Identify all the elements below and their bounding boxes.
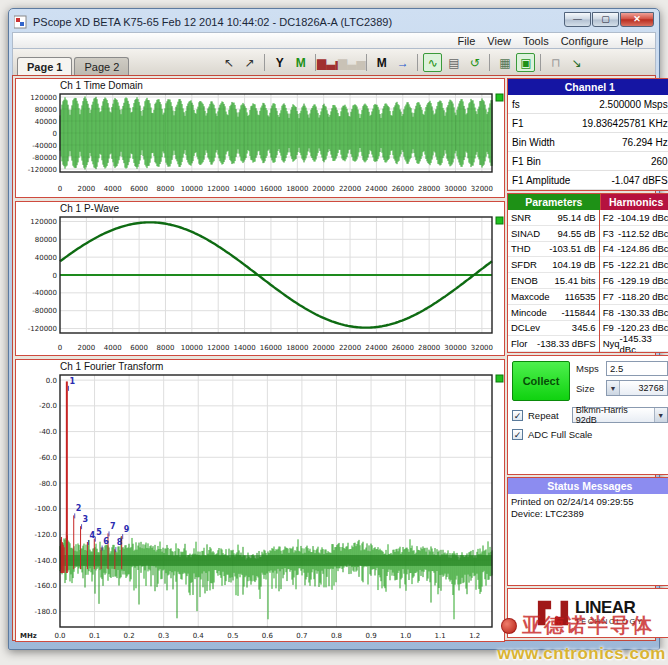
measure-icon[interactable]: M (291, 53, 310, 72)
svg-text:26000: 26000 (392, 344, 414, 352)
svg-text:0.1: 0.1 (89, 632, 100, 640)
channel-header: Channel 1 (508, 79, 668, 95)
harmonic-label: F6 (603, 275, 614, 286)
channel-info-label: F1 Bin (512, 156, 541, 167)
harmonic-row: F6-129.19 dBc (600, 273, 668, 289)
max-avg-icon[interactable]: M (372, 53, 391, 72)
svg-text:1.1: 1.1 (435, 632, 446, 640)
channel-info-label: F1 (512, 118, 524, 129)
collect-section: Collect Msps 2.5 Size ▼ 32768 (507, 355, 668, 475)
fourier-plot[interactable]: 0.0-20.0-40.0-60.0-80.0-100.0-120.0-140.… (16, 373, 504, 645)
svg-text:-80000: -80000 (32, 307, 57, 315)
svg-text:10000: 10000 (181, 344, 203, 352)
channel-info-label: F1 Amplitude (512, 175, 570, 186)
svg-text:4000: 4000 (104, 344, 122, 352)
menu-item-help[interactable]: Help (614, 35, 649, 47)
histogram-off-icon[interactable]: ▆▃▅ (342, 53, 361, 72)
toolbar: ↖↗YM▆▃▅▆▃▅M→∿▤↺▦▣⊓↘ (219, 53, 586, 75)
step-icon[interactable]: ⊓ (546, 53, 565, 72)
window-dropdown[interactable]: Blkmn-Harris 92dB ▼ (572, 407, 668, 423)
repeat-checkbox[interactable]: ✓ (512, 410, 523, 421)
screenshot-icon[interactable]: ▦ (495, 53, 514, 72)
svg-text:8000: 8000 (157, 344, 175, 352)
y-scale-icon[interactable]: Y (270, 53, 289, 72)
parameters-column: SNR95.14 dBSINAD94.55 dBTHD-103.51 dBSFD… (508, 210, 600, 352)
collect-button[interactable]: Collect (512, 361, 570, 401)
parameter-label: ENOB (511, 275, 538, 286)
channel-info-section: Channel 1 fs2.500000 MspsF119.836425781 … (507, 78, 668, 191)
msps-label: Msps (576, 363, 602, 374)
time-domain-panel: Ch 1 Time Domain 12000080000400000-40000… (15, 78, 505, 198)
harmonic-value: -130.33 dBc (617, 307, 668, 318)
svg-text:0.4: 0.4 (193, 632, 205, 640)
svg-text:0.0: 0.0 (46, 377, 57, 385)
harmonic-label: Nyq (603, 338, 620, 349)
menu-item-file[interactable]: File (452, 35, 482, 47)
menu-item-view[interactable]: View (481, 35, 517, 47)
harmonic-label: F7 (603, 291, 614, 302)
channel-info-row: F1 Bin260 (508, 152, 668, 171)
svg-text:30000: 30000 (444, 185, 466, 193)
channel-info-value: 76.294 Hz (622, 137, 668, 148)
svg-text:22000: 22000 (339, 344, 361, 352)
channel-info-row: Bin Width76.294 Hz (508, 133, 668, 152)
status-messages: Printed on 02/24/14 09:29:55Device: LTC2… (508, 494, 668, 523)
pan-tool-icon[interactable]: ↖ (219, 53, 238, 72)
minimize-button[interactable]: — (564, 12, 591, 27)
svg-text:0.5: 0.5 (227, 632, 238, 640)
fourier-title: Ch 1 Fourier Transform (16, 360, 504, 373)
size-dropdown-arrow-icon[interactable]: ▼ (607, 381, 620, 395)
svg-text:-60.0: -60.0 (39, 454, 57, 462)
harmonics-header: Harmonics (600, 194, 668, 210)
svg-text:6: 6 (103, 537, 109, 546)
svg-text:0.9: 0.9 (365, 632, 376, 640)
tab-page-1[interactable]: Page 1 (17, 57, 72, 75)
tab-page-2[interactable]: Page 2 (74, 57, 129, 75)
svg-text:16000: 16000 (260, 344, 282, 352)
svg-text:40000: 40000 (35, 118, 57, 126)
svg-text:28000: 28000 (418, 344, 440, 352)
menu-item-tools[interactable]: Tools (517, 35, 555, 47)
codes-display-icon[interactable]: ▤ (444, 53, 463, 72)
export-icon[interactable]: ↘ (567, 53, 586, 72)
fourier-panel: Ch 1 Fourier Transform 0.0-20.0-40.0-60.… (15, 359, 505, 642)
svg-text:0.3: 0.3 (158, 632, 169, 640)
msps-input[interactable]: 2.5 (606, 361, 668, 376)
notes-icon[interactable]: ▣ (516, 53, 535, 72)
zoom-tool-icon[interactable]: ↗ (240, 53, 259, 72)
adc-full-scale-label: ADC Full Scale (528, 429, 592, 440)
size-dropdown[interactable]: ▼ 32768 (606, 380, 668, 396)
harmonic-value: -118.20 dBc (618, 291, 668, 302)
parameter-row: DCLev345.6 (508, 321, 599, 337)
time-domain-plot[interactable]: 12000080000400000-40000-80000-1200000200… (16, 92, 504, 200)
harmonic-value: -124.86 dBc (617, 243, 668, 254)
svg-text:14000: 14000 (233, 185, 255, 193)
titlebar[interactable]: PScope XD BETA K75-65 Feb 12 2014 10:44:… (12, 12, 656, 32)
harmonic-value: -129.19 dBc (617, 275, 668, 286)
waveform-display-icon[interactable]: ∿ (423, 53, 442, 72)
harmonic-label: F5 (603, 259, 614, 270)
size-value: 32768 (620, 383, 667, 393)
adc-full-scale-checkbox[interactable]: ✓ (512, 429, 523, 440)
size-label: Size (576, 383, 602, 394)
svg-text:24000: 24000 (365, 185, 387, 193)
svg-text:9: 9 (124, 525, 130, 534)
loop-icon[interactable]: ↺ (465, 53, 484, 72)
parameter-label: Maxcode (511, 291, 550, 302)
svg-text:8: 8 (117, 538, 123, 547)
measurements-section: Parameters Harmonics SNR95.14 dBSINAD94.… (507, 193, 668, 353)
parameter-row: Maxcode116535 (508, 289, 599, 305)
svg-text:24000: 24000 (365, 344, 387, 352)
menu-item-configure[interactable]: Configure (555, 35, 615, 47)
maximize-button[interactable]: ▢ (592, 12, 619, 27)
run-avg-icon[interactable]: → (393, 53, 412, 72)
page-tabs: Page 1Page 2 (17, 57, 131, 75)
channel-info-value: 2.500000 Msps (599, 99, 667, 110)
svg-text:MHz: MHz (20, 632, 37, 640)
close-button[interactable]: ✕ (620, 12, 654, 27)
toolbar-separator (366, 54, 367, 71)
app-window: PScope XD BETA K75-65 Feb 12 2014 10:44:… (8, 8, 660, 650)
p-wave-plot[interactable]: 12000080000400000-40000-80000-1200000200… (16, 215, 504, 359)
svg-text:4000: 4000 (104, 185, 122, 193)
window-dropdown-arrow-icon[interactable]: ▼ (654, 408, 667, 422)
